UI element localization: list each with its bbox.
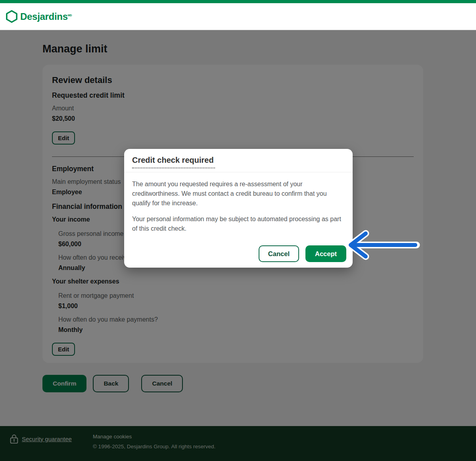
dialog-paragraph-2: Your personal information may be subject… bbox=[132, 214, 345, 233]
site-header: DesjardinsMD bbox=[0, 3, 476, 30]
credit-check-dialog: Credit check required The amount you req… bbox=[124, 149, 353, 268]
trademark-superscript: MD bbox=[68, 14, 72, 17]
dialog-header: Credit check required bbox=[124, 149, 353, 172]
dialog-paragraph-1: The amount you requested requires a re-a… bbox=[132, 179, 345, 208]
dialog-accept-button[interactable]: Accept bbox=[305, 245, 346, 262]
dialog-cancel-button[interactable]: Cancel bbox=[259, 245, 299, 262]
dialog-actions: Cancel Accept bbox=[124, 240, 353, 268]
hexagon-logo-icon bbox=[6, 10, 18, 23]
dialog-body: The amount you requested requires a re-a… bbox=[124, 172, 353, 233]
desjardins-logo[interactable]: DesjardinsMD bbox=[6, 10, 72, 23]
page-stage: Manage limit Review details Requested cr… bbox=[0, 30, 476, 461]
brand-top-bar bbox=[0, 0, 476, 3]
brand-wordmark: DesjardinsMD bbox=[20, 11, 72, 22]
dialog-title: Credit check required bbox=[132, 156, 215, 168]
